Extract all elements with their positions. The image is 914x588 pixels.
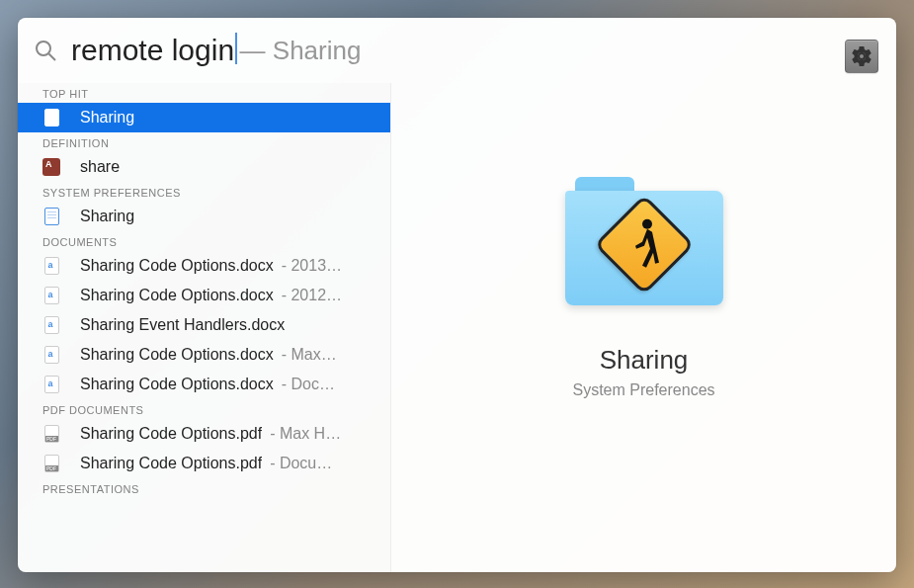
section-header: TOP HIT	[18, 83, 390, 103]
gear-icon	[850, 44, 873, 68]
content-area: TOP HITSharingDEFINITIONshareSYSTEM PREF…	[18, 83, 896, 572]
result-row[interactable]: share	[18, 152, 390, 182]
preview-title: Sharing	[600, 345, 689, 376]
result-row[interactable]: Sharing	[18, 103, 390, 132]
result-row[interactable]: Sharing Code Options.docx- 2012…	[18, 281, 390, 310]
prefpane-icon	[44, 109, 59, 126]
result-meta: - Max…	[282, 346, 337, 364]
result-meta: - Docu…	[270, 455, 332, 472]
result-title: Sharing Code Options.docx	[80, 287, 274, 304]
result-title: Sharing Event Handlers.docx	[80, 316, 285, 334]
section-header: DOCUMENTS	[18, 231, 390, 251]
search-completion: — Sharing	[240, 36, 362, 66]
result-row[interactable]: Sharing Code Options.pdf- Max H…	[18, 419, 390, 449]
result-meta: - 2012…	[282, 287, 342, 304]
result-row[interactable]: Sharing	[18, 202, 390, 231]
svg-line-1	[49, 54, 56, 61]
result-meta: - Doc…	[282, 376, 335, 393]
section-header: PDF DOCUMENTS	[18, 399, 390, 419]
result-row[interactable]: Sharing Code Options.docx- 2013…	[18, 251, 390, 281]
pdf-icon	[44, 425, 59, 443]
prefpane-icon	[44, 208, 59, 225]
result-row[interactable]: Sharing Code Options.docx- Doc…	[18, 370, 390, 399]
svg-point-2	[642, 219, 652, 229]
preview-pane: Sharing System Preferences	[391, 83, 896, 572]
result-meta: - 2013…	[282, 257, 342, 275]
result-title: share	[80, 158, 120, 176]
result-title: Sharing Code Options.docx	[80, 346, 274, 364]
docx-icon	[44, 376, 59, 393]
search-icon	[34, 39, 57, 62]
text-cursor	[235, 33, 237, 64]
result-title: Sharing	[80, 208, 134, 225]
result-row[interactable]: Sharing Code Options.pdf- Docu…	[18, 449, 390, 478]
svg-point-0	[37, 42, 50, 55]
result-title: Sharing Code Options.pdf	[80, 455, 262, 472]
result-title: Sharing Code Options.docx	[80, 376, 274, 393]
dictionary-icon	[42, 158, 60, 176]
docx-icon	[44, 316, 59, 334]
section-header: SYSTEM PREFERENCES	[18, 182, 390, 202]
pedestrian-icon	[623, 216, 666, 272]
result-meta: - Max H…	[270, 425, 341, 443]
search-bar[interactable]: remote login — Sharing	[18, 18, 896, 83]
results-list[interactable]: TOP HITSharingDEFINITIONshareSYSTEM PREF…	[18, 83, 391, 572]
settings-button[interactable]	[845, 40, 878, 73]
docx-icon	[44, 257, 59, 275]
result-title: Sharing Code Options.docx	[80, 257, 274, 275]
preview-subtitle: System Preferences	[572, 381, 714, 399]
section-header: PRESENTATIONS	[18, 478, 390, 498]
pdf-icon	[44, 455, 59, 472]
spotlight-window: remote login — Sharing TOP HITSharingDEF…	[18, 18, 896, 572]
search-query[interactable]: remote login	[71, 34, 234, 67]
docx-icon	[44, 287, 59, 304]
result-title: Sharing Code Options.pdf	[80, 425, 262, 443]
result-title: Sharing	[80, 109, 134, 126]
result-row[interactable]: Sharing Event Handlers.docx	[18, 310, 390, 340]
sharing-folder-icon	[565, 177, 723, 305]
result-row[interactable]: Sharing Code Options.docx- Max…	[18, 340, 390, 370]
section-header: DEFINITION	[18, 132, 390, 152]
docx-icon	[44, 346, 59, 364]
